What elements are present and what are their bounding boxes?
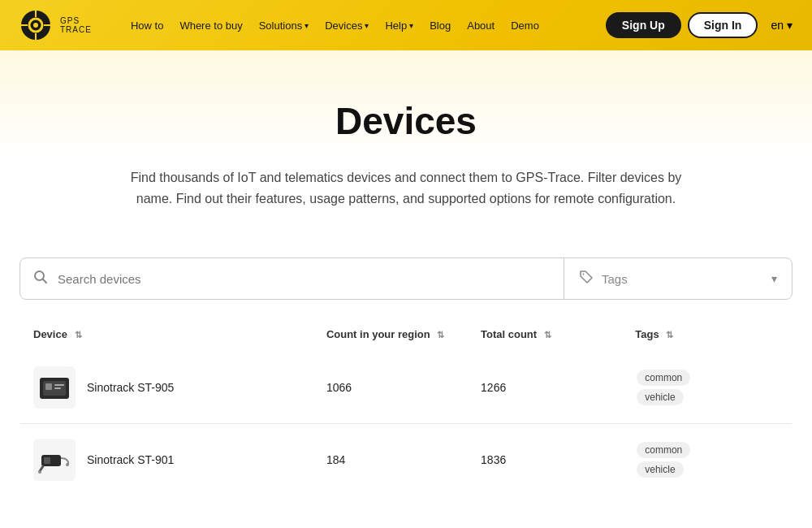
- tags-cell: commonvehicle: [622, 352, 792, 424]
- nav-about[interactable]: About: [460, 15, 501, 37]
- col-header-device[interactable]: Device ⇅: [20, 317, 313, 353]
- nav-links: How to Where to buy Solutions▾ Devices▾ …: [124, 15, 606, 37]
- device-name[interactable]: Sinotrack ST-901: [87, 453, 174, 466]
- signin-button[interactable]: Sign In: [688, 12, 758, 38]
- nav-demo[interactable]: Demo: [504, 15, 546, 37]
- nav-blog[interactable]: Blog: [423, 15, 457, 37]
- sort-device-icon[interactable]: ⇅: [75, 330, 82, 340]
- svg-point-9: [583, 274, 585, 275]
- nav-help[interactable]: Help▾: [378, 15, 420, 37]
- total-count-cell: 1266: [468, 352, 622, 424]
- logo-line2: TRACE: [60, 25, 92, 34]
- svg-point-18: [38, 470, 41, 474]
- logo-icon: [19, 9, 52, 41]
- signup-button[interactable]: Sign Up: [606, 12, 681, 38]
- svg-line-8: [43, 279, 47, 283]
- table-header-row: Device ⇅ Count in your region ⇅ Total co…: [20, 317, 793, 353]
- tags-dropdown[interactable]: Tags ▾: [564, 258, 792, 299]
- search-input[interactable]: [58, 272, 551, 286]
- nav-how-to[interactable]: How to: [124, 15, 170, 37]
- tags-cell: commonvehicle: [622, 424, 792, 496]
- nav-where-to-buy[interactable]: Where to buy: [173, 15, 248, 37]
- sort-region-icon[interactable]: ⇅: [437, 330, 444, 340]
- svg-rect-12: [45, 383, 52, 390]
- search-left[interactable]: [20, 258, 564, 299]
- hero-section: Devices Find thousands of IoT and telema…: [0, 50, 812, 233]
- nav-solutions[interactable]: Solutions▾: [253, 15, 315, 37]
- col-header-region[interactable]: Count in your region ⇅: [313, 317, 468, 353]
- sort-tags-icon[interactable]: ⇅: [666, 330, 673, 340]
- device-cell: Sinotrack ST-905: [20, 352, 313, 424]
- lang-selector[interactable]: en ▾: [771, 19, 793, 32]
- tags-icon: [579, 270, 594, 288]
- tag-badge: vehicle: [637, 389, 683, 405]
- device-cell: Sinotrack ST-901: [20, 424, 313, 496]
- hero-description: Find thousands of IoT and telematics dev…: [114, 167, 698, 209]
- table-section: Device ⇅ Count in your region ⇅ Total co…: [0, 300, 812, 513]
- page-title: Devices: [19, 99, 793, 143]
- svg-point-17: [66, 463, 69, 466]
- logo-text: GPS TRACE: [60, 16, 92, 34]
- total-count-cell: 1836: [468, 424, 622, 496]
- region-count-cell: 1066: [313, 352, 468, 424]
- lang-chevron-icon: ▾: [787, 19, 793, 32]
- table-row: Sinotrack ST-905 1066 1266 commonvehicle: [20, 352, 793, 424]
- col-header-tags[interactable]: Tags ⇅: [622, 317, 792, 353]
- tag-badge: common: [637, 370, 690, 386]
- device-image: [33, 366, 76, 409]
- logo[interactable]: GPS TRACE: [19, 9, 92, 41]
- svg-point-2: [33, 23, 38, 28]
- svg-rect-14: [54, 387, 61, 389]
- search-icon: [33, 270, 48, 288]
- tag-badge: vehicle: [637, 461, 683, 478]
- device-name[interactable]: Sinotrack ST-905: [87, 381, 174, 394]
- col-header-total[interactable]: Total count ⇅: [468, 317, 622, 353]
- nav-actions: Sign Up Sign In en ▾: [606, 12, 793, 38]
- table-row: Sinotrack ST-901 184 1836 commonvehicle: [20, 424, 793, 496]
- tags-label: Tags: [602, 272, 763, 286]
- search-section: Tags ▾: [0, 233, 812, 300]
- nav-devices[interactable]: Devices▾: [318, 15, 375, 37]
- search-bar: Tags ▾: [19, 258, 793, 300]
- tag-badge: common: [637, 442, 690, 458]
- svg-rect-13: [54, 384, 64, 386]
- region-count-cell: 184: [313, 424, 468, 496]
- device-image: [33, 439, 76, 481]
- sort-total-icon[interactable]: ⇅: [544, 330, 551, 340]
- logo-line1: GPS: [60, 16, 92, 25]
- lang-label: en: [771, 19, 784, 32]
- navbar: GPS TRACE How to Where to buy Solutions▾…: [0, 0, 812, 50]
- svg-rect-16: [44, 457, 50, 464]
- devices-table: Device ⇅ Count in your region ⇅ Total co…: [19, 316, 793, 496]
- tags-chevron-icon: ▾: [771, 272, 777, 285]
